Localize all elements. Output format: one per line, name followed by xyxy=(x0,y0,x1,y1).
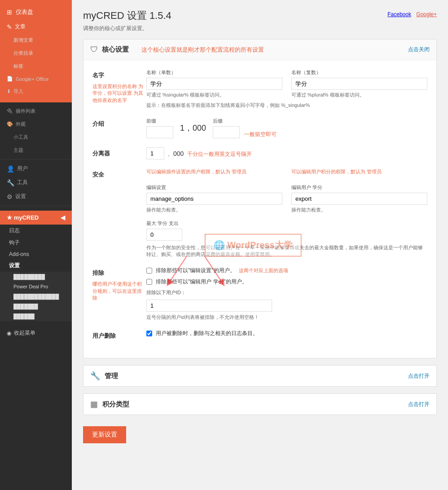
excl-cb2-row: 排除那些可以"编辑用户 学分"的用户。 xyxy=(146,278,427,286)
sidebar-item-dashboard-label: 仪表盘 xyxy=(16,8,33,16)
name-fields: 名称（单数） 可通过 %singular% 模板标签访问。 名称（复数） 可通过… xyxy=(146,69,427,109)
sidebar-divider-1 xyxy=(0,159,72,159)
edit-settings-input[interactable] xyxy=(146,193,282,205)
excl-note-left: 哪些用户不使用这个积分规则，可以在这里排除 xyxy=(92,281,146,301)
settings-icon: ⚙ xyxy=(7,193,13,200)
googleplus-link[interactable]: Google+ xyxy=(416,11,437,18)
form-row-intro: 介绍 前缀 1，000 后缀 一般留空即可 xyxy=(92,118,427,138)
edit-user-input[interactable] xyxy=(291,193,427,205)
sidebar-sub-item-1[interactable]: █████████ xyxy=(0,272,72,282)
security-label-area: 安全 xyxy=(92,168,146,179)
max-row: 最大 学分 支出 作为一个附加的安全性，您可以设置用户在一个单一实例中能够获得或… xyxy=(146,220,427,258)
security-label: 安全 xyxy=(92,168,146,179)
edit-user-tooltip-text: 可以编辑用户积分的权限，默认为 管理员 xyxy=(291,168,427,175)
sidebar-sub-tags[interactable]: 标签 xyxy=(0,60,72,73)
sidebar-item-settings[interactable]: ⚙ 设置 xyxy=(0,190,72,203)
submit-button[interactable]: 更新设置 xyxy=(83,426,126,443)
sidebar-item-import[interactable]: ⬇ 导入 xyxy=(0,85,72,98)
intro-fields: 前缀 1，000 后缀 一般留空即可 xyxy=(146,118,427,138)
star-icon: ★ xyxy=(7,214,12,221)
excl-id-input[interactable] xyxy=(146,300,272,312)
security-row: 可以编辑插件设置的用户权限，默认为 管理员 编辑设置 操作能力检查。 可以编辑用… xyxy=(146,168,427,213)
edit-user-field-label: 编辑用户 学分 xyxy=(291,184,427,191)
user-delete-checkbox[interactable] xyxy=(146,331,152,336)
plugins-icon: 🔌 xyxy=(7,108,13,114)
edit-user-col: 可以编辑用户积分的权限，默认为 管理员 编辑用户 学分 操作能力检查。 xyxy=(291,168,427,213)
manage-left: 🔧 管理 xyxy=(90,371,118,381)
excl-id-note: 逗号分隔的用户id列表将被排除，不允许使用空格！ xyxy=(146,314,427,321)
manage-toggle[interactable]: 点击打开 xyxy=(408,372,430,380)
sidebar-item-posts[interactable]: ✎ 文章 xyxy=(0,20,72,34)
sidebar-item-collapse[interactable]: ◉ 收起菜单 xyxy=(0,326,72,340)
user-delete-label: 用户删除 xyxy=(92,330,146,340)
sidebar-item-addons[interactable]: Add-ons xyxy=(0,249,72,260)
sidebar-sub-item-5[interactable]: ██████ xyxy=(0,311,72,321)
edit-user-note: 操作能力检查。 xyxy=(291,207,427,213)
singular-note: 可通过 %singular% 模板标签访问。 xyxy=(146,92,282,98)
excl-cb2-checkbox[interactable] xyxy=(146,279,152,285)
appearance-icon: 🎨 xyxy=(7,121,13,127)
name-label-area: 名字 这里设置积分的名称 为 学分，你可以设置 为其他你喜欢的名字 xyxy=(92,69,146,104)
big-number: 1，000 xyxy=(178,123,208,133)
sidebar-sub-item-3[interactable]: █████████████ xyxy=(0,291,72,301)
suffix-input[interactable] xyxy=(213,126,240,138)
excl-cb2-label: 排除那些可以"编辑用户 学分"的用户。 xyxy=(156,278,247,286)
plural-note: 可通过 %plural% 模板标签访问。 xyxy=(291,92,427,98)
sidebar-mycred-items: 日志 钩子 Add-ons 设置 █████████ Power Deal Pr… xyxy=(0,225,72,321)
core-section-toggle[interactable]: 点击关闭 xyxy=(408,46,430,53)
form-row-exclusion: 排除 哪些用户不使用这个积分规则，可以在这里排除 排除那些可以"编辑设置"的用户… xyxy=(92,267,427,321)
page-subtitle: 调整你的核心或扩展设置。 xyxy=(83,25,437,32)
points-toggle[interactable]: 点击打开 xyxy=(408,401,430,408)
sidebar-item-users-label: 用户 xyxy=(17,165,28,172)
sidebar-item-posts-label: 文章 xyxy=(15,23,26,31)
sidebar-sub-new-post[interactable]: 新增文章 xyxy=(0,34,72,47)
sidebar-section-middle: 🔌 插件列表 🎨 外观 小工具 主题 👤 用户 🔧 工具 ⚙ 设置 xyxy=(0,102,72,211)
wrench-icon: 🔧 xyxy=(90,371,100,381)
edit-settings-note: 操作能力检查。 xyxy=(146,207,282,213)
suffix-label: 后缀 xyxy=(213,118,240,124)
excl-id-area: 排除以下用户ID： 逗号分隔的用户id列表将被排除，不允许使用空格！ xyxy=(146,289,427,321)
points-section: ▦ 积分类型 点击打开 xyxy=(83,393,437,415)
header-links: Facebook Google+ xyxy=(387,11,437,18)
facebook-link[interactable]: Facebook xyxy=(387,11,411,18)
shield-icon: 🛡 xyxy=(90,45,98,54)
sidebar-item-users[interactable]: 👤 用户 xyxy=(0,162,72,176)
plural-input[interactable] xyxy=(291,78,427,90)
user-delete-fields: 用户被删除时，删除与之相关的日志条目。 xyxy=(146,330,427,337)
security-fields: 可以编辑插件设置的用户权限，默认为 管理员 编辑设置 操作能力检查。 可以编辑用… xyxy=(146,168,427,258)
excl-cb1-checkbox[interactable] xyxy=(146,268,152,274)
sidebar-sub-themes[interactable]: 主题 xyxy=(0,144,72,157)
sidebar-sub-category[interactable]: 分类目录 xyxy=(0,47,72,60)
name-fields-row: 名称（单数） 可通过 %singular% 模板标签访问。 名称（复数） 可通过… xyxy=(146,69,427,98)
sidebar-item-dashboard[interactable]: ⊞ 仪表盘 xyxy=(0,4,72,20)
sep-zeros: 000 xyxy=(173,150,184,157)
sep-fields: , 000 千分位一般用英文逗号隔开 xyxy=(146,147,427,159)
sidebar-sub-item-2[interactable]: Power Deal Pro xyxy=(0,282,72,291)
max-input[interactable] xyxy=(146,229,182,241)
singular-input[interactable] xyxy=(146,78,282,90)
sidebar-sub-item-4[interactable]: ███████ xyxy=(0,301,72,311)
page-header-area: Facebook Google+ myCRED 设置 1.5.4 调整你的核心或… xyxy=(83,9,437,32)
sidebar-item-appearance[interactable]: 🎨 外观 xyxy=(0,118,72,131)
singular-label: 名称（单数） xyxy=(146,69,282,76)
sidebar-sub-widgets[interactable]: 小工具 xyxy=(0,131,72,144)
sidebar-item-hooks[interactable]: 钩子 xyxy=(0,237,72,249)
prefix-label: 前缀 xyxy=(146,118,173,124)
core-section-header-left: 🛡 核心设置 这个核心设置就是刚才那个配置流程的所有设置 xyxy=(90,45,264,54)
sidebar-item-plugins[interactable]: 🔌 插件列表 xyxy=(0,105,72,118)
sidebar-mycred-header[interactable]: ★ myCRED ◀ xyxy=(0,211,72,225)
prefix-input[interactable] xyxy=(146,126,173,138)
intro-label-area: 介绍 xyxy=(92,118,146,128)
sidebar-item-settings-mycred[interactable]: 设置 xyxy=(0,260,72,272)
sep-input[interactable] xyxy=(146,147,164,159)
grid-icon: ▦ xyxy=(90,399,98,409)
sidebar-item-log[interactable]: 日志 xyxy=(0,225,72,237)
sep-row: , 000 千分位一般用英文逗号隔开 xyxy=(146,147,427,159)
sidebar-item-tools[interactable]: 🔧 工具 xyxy=(0,176,72,190)
submit-area: 更新设置 xyxy=(83,422,437,443)
import-icon: ⬇ xyxy=(7,88,11,94)
sidebar-item-google-office[interactable]: 📄 Google+ Office xyxy=(0,73,72,85)
max-note: 作为一个附加的安全性，您可以设置用户在一个单一实例中能够获得或失去的最大金额数量… xyxy=(146,244,427,258)
singular-group: 名称（单数） 可通过 %singular% 模板标签访问。 xyxy=(146,69,282,98)
tools-icon: 🔧 xyxy=(7,179,14,186)
